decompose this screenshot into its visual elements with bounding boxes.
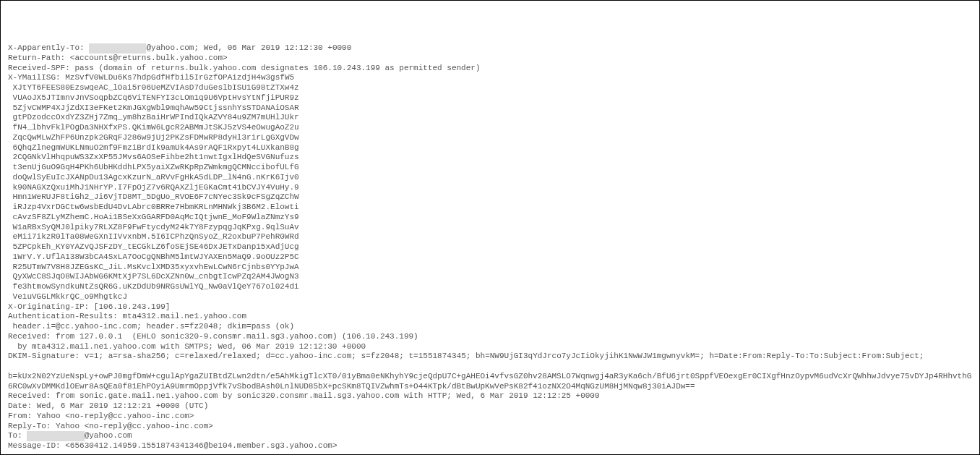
ymailisg-line: eMii7ikzR0lTa08WeGXnIIVvxnbM.5I6ICPhzQnS… <box>8 232 299 241</box>
ymailisg-line: 5ZPCpkEh_KY0YAZvQJSFzDY_tECGkLZ6foSEjSE4… <box>8 242 299 251</box>
ymailisg-line: doQwlSyEuIcJXANpDu13AgcxKzurN_aRVvFgHkA5… <box>8 173 299 182</box>
ymailisg-line: k90NAGXzQxuiMhJ1NHrYP.I7FpOjZ7v6RQAXZljE… <box>8 183 299 192</box>
header-x-apparently-to: X-Apparently-To: xxxxxxxxxxxx@yahoo.com;… <box>8 43 351 52</box>
header-message-id: Message-ID: <65630412.14959.155187434134… <box>8 441 338 450</box>
redacted-to: xxxxxxxxxxxx <box>27 431 84 441</box>
header-x-ymailisg: X-YMailISG: MzSvfV0WLDu6Ks7hdpGdfHfbil5I… <box>8 73 294 82</box>
header-x-originating-ip: X-Originating-IP: [106.10.243.199] <box>8 302 170 311</box>
ymailisg-line: 5ZjvCWMP4XJjZdXI3eFKet2KmJGXgWbl9mqhAw59… <box>8 103 299 112</box>
ymailisg-line: Hmn1WeRUJF8tiGh2_Ji6VjTD8MT_5DgUo_RVOE6F… <box>8 192 299 201</box>
ymailisg-line: fe3htmowSyndkuNtZsQR6G.uKzDdUb9NRGsUWlYQ… <box>8 282 299 291</box>
header-date: Date: Wed, 6 Mar 2019 12:12:21 +0000 (UT… <box>8 401 208 410</box>
ymailisg-line: ZqcQwMLwZhFP6Unzpk2GRqFJ286w9jUj2PKZsFDM… <box>8 133 299 142</box>
ymailisg-line: 2CQGNkVlHhqpuWS3ZxXP55JMvs6AOSeFihbe2ht1… <box>8 153 299 161</box>
header-received-1: Received: from 127.0.0.1 (EHLO sonic320-… <box>8 332 418 341</box>
redacted-recipient: xxxxxxxxxxxx <box>89 43 146 54</box>
ymailisg-line: W1aRBxSyQMJ0lpiky7RLXZ8F9FwFtycdyM24k7Y8… <box>8 223 299 231</box>
ymailisg-line: 6QhqZlnegmWUKLNmuO2mf9FmziBrdIk9amUk4As9… <box>8 143 299 152</box>
header-from: From: Yahoo <no-reply@cc.yahoo-inc.com> <box>8 412 194 420</box>
ymailisg-line: 1WrV.Y.UflA138W3bCA4SxLA7OoCgQNBhM5lmtWJ… <box>8 252 299 261</box>
header-received-2: Received: from sonic.gate.mail.ne1.yahoo… <box>8 391 600 400</box>
ymailisg-line: XJtYT6FEES80EzswqeAC_lOai5r06UeMZVIAsD7d… <box>8 83 299 92</box>
ymailisg-line: Ve1uVGGLMkkrQC_o9MhgtkcJ <box>8 292 127 301</box>
header-dkim-signature: DKIM-Signature: v=1; a=rsa-sha256; c=rel… <box>8 352 924 360</box>
ymailisg-line: t3enUjGuO9GqH4PKh6UbHKddhLPX5yaiXZwRKpRp… <box>8 163 299 171</box>
ymailisg-line: gtPDzodccOxdYZ3ZHj7Zmq_ym8hzBaiHrWPIndIQ… <box>8 113 299 122</box>
ymailisg-line: iRJzp4VxrDGCtw6wsbEdU4DvLAbrc0BRRe7HbmKR… <box>8 203 299 211</box>
ymailisg-line: R25UTmW7V8H8JZEGsKC_JiL.MsKvclXMD35xyxvh… <box>8 263 299 271</box>
header-received-1-line2: by mta4312.mail.ne1.yahoo.com with SMTPS… <box>8 342 366 351</box>
header-received-spf: Received-SPF: pass (domain of returns.bu… <box>8 64 481 72</box>
ymailisg-line: QyXWcC8SJqO8WIJAbWG6KMtXjP7SL6DcXZNn0w_c… <box>8 272 299 281</box>
ymailisg-line: cAvzSF8ZLyMZhemC.HoAi1BSeXxGGARFD0AqMcIQ… <box>8 213 299 221</box>
header-dkim-b: b=kUx2N02YzUeNspLy+owPJ0mgfDmW+cgulApYga… <box>8 362 971 391</box>
header-authentication-results: Authentication-Results: mta4312.mail.ne1… <box>8 312 246 320</box>
header-to: To: xxxxxxxxxxxx@yahoo.com <box>8 431 132 440</box>
header-authentication-results-line2: header.i=@cc.yahoo-inc.com; header.s=fz2… <box>8 322 294 331</box>
header-reply-to: Reply-To: Yahoo <no-reply@cc.yahoo-inc.c… <box>8 422 213 430</box>
ymailisg-line: fN4_lbhvFklPOgDa3NHXfxPS.QKimW6LgcR2ABMm… <box>8 123 299 132</box>
ymailisg-line: VUAoJX5JTImnvJnVSoqpbZCq6ViTENFYI3cLOm1q… <box>8 93 299 102</box>
header-return-path: Return-Path: <accounts@returns.bulk.yaho… <box>8 54 228 62</box>
